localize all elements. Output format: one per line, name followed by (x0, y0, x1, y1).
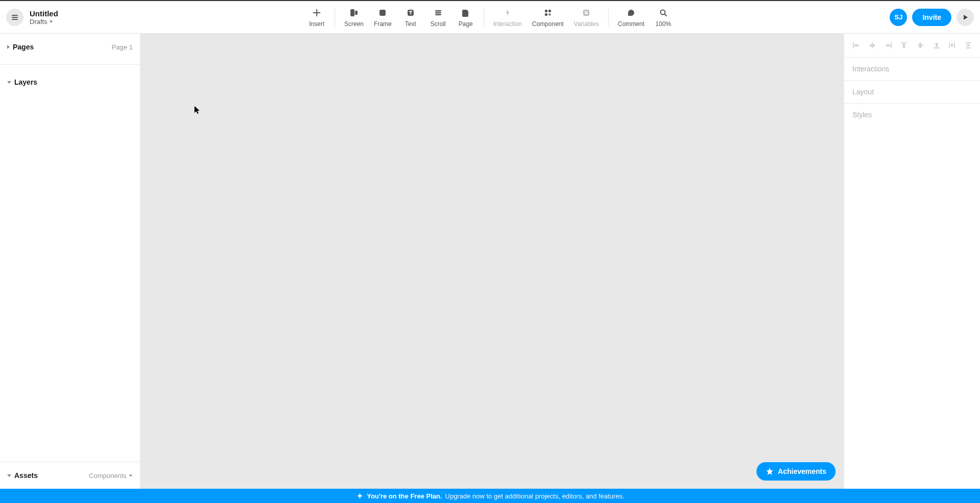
chevron-down-icon (7, 81, 11, 84)
text-icon (406, 9, 414, 17)
menu-button[interactable] (6, 9, 23, 26)
interactions-section[interactable]: Interactions (844, 58, 980, 81)
styles-section[interactable]: Styles (844, 104, 980, 126)
scroll-icon (434, 9, 442, 17)
screen-icon (350, 8, 359, 17)
divider (608, 8, 608, 27)
align-h-center-button[interactable] (868, 41, 877, 50)
svg-rect-16 (545, 13, 547, 16)
cursor-icon (194, 106, 201, 115)
svg-rect-29 (891, 42, 892, 48)
align-bottom-button[interactable] (932, 41, 941, 50)
svg-line-24 (665, 14, 667, 16)
assets-dropdown[interactable]: Components (89, 472, 133, 480)
distribute-h-icon (948, 41, 956, 49)
distribute-v-icon (964, 41, 972, 49)
align-left-button[interactable] (851, 41, 861, 50)
interaction-label: Interaction (493, 20, 522, 28)
align-left-icon (852, 41, 860, 49)
svg-rect-2 (12, 19, 18, 20)
frame-label: Frame (374, 20, 392, 28)
svg-rect-41 (966, 47, 971, 48)
assets-dropdown-label: Components (89, 472, 127, 480)
component-tool[interactable]: Component (527, 7, 569, 28)
svg-rect-5 (351, 9, 355, 16)
align-v-center-button[interactable] (916, 41, 925, 50)
assets-title: Assets (14, 471, 38, 480)
layout-section[interactable]: Layout (844, 81, 980, 104)
zoom-label: 100% (655, 20, 671, 28)
insert-tool[interactable]: Insert (303, 7, 331, 28)
svg-rect-4 (313, 12, 321, 13)
svg-rect-26 (854, 44, 859, 46)
comment-tool[interactable]: Comment (612, 7, 649, 28)
assets-header[interactable]: Assets Components (5, 468, 135, 483)
canvas[interactable]: Achievements (140, 34, 844, 489)
layers-header[interactable]: Layers (5, 75, 135, 89)
invite-button[interactable]: Invite (912, 9, 951, 26)
pages-header[interactable]: Pages Page 1 (5, 40, 135, 54)
svg-rect-10 (410, 11, 411, 14)
component-label: Component (532, 20, 564, 28)
page-tool[interactable]: Page (452, 7, 479, 28)
banner-bold-text: You're on the Free Plan. (367, 492, 442, 500)
svg-rect-12 (435, 12, 441, 13)
svg-rect-31 (901, 42, 907, 43)
screen-tool[interactable]: Screen (339, 7, 369, 28)
variables-tool[interactable]: Variables (569, 7, 604, 28)
chevron-right-icon (7, 45, 10, 49)
svg-rect-14 (545, 10, 547, 12)
right-panel: Interactions Layout Styles (844, 34, 980, 489)
frame-icon (379, 9, 387, 17)
svg-rect-0 (12, 15, 18, 16)
text-tool[interactable]: Text (397, 7, 424, 28)
star-icon (766, 467, 774, 475)
upgrade-banner[interactable]: You're on the Free Plan. Upgrade now to … (0, 489, 980, 503)
svg-rect-42 (967, 44, 970, 46)
svg-rect-36 (936, 43, 938, 47)
variables-icon (582, 9, 591, 17)
text-label: Text (405, 20, 416, 28)
interaction-icon (503, 9, 511, 17)
hamburger-icon (11, 13, 19, 21)
insert-label: Insert (309, 20, 325, 28)
search-icon (659, 9, 667, 17)
svg-rect-37 (949, 43, 950, 48)
align-right-button[interactable] (884, 41, 893, 50)
scroll-label: Scroll (430, 20, 446, 28)
distribute-v-button[interactable] (964, 41, 973, 50)
divider (335, 8, 335, 27)
play-icon (962, 14, 969, 21)
user-avatar[interactable]: SJ (890, 9, 907, 26)
current-page: Page 1 (112, 43, 133, 51)
achievements-button[interactable]: Achievements (756, 462, 836, 481)
plus-icon (312, 8, 322, 17)
zoom-tool[interactable]: 100% (649, 7, 677, 28)
svg-rect-39 (951, 44, 953, 47)
page-label: Page (458, 20, 473, 28)
distribute-h-button[interactable] (947, 41, 957, 50)
align-right-icon (885, 41, 893, 49)
document-title[interactable]: Untitled (30, 9, 58, 18)
chevron-down-icon (49, 20, 52, 22)
location-label: Drafts (30, 18, 47, 26)
variables-label: Variables (574, 20, 599, 28)
svg-rect-25 (853, 42, 854, 48)
align-top-button[interactable] (899, 41, 909, 50)
svg-rect-30 (886, 44, 890, 46)
achievements-label: Achievements (778, 467, 826, 475)
frame-tool[interactable]: Frame (369, 7, 397, 28)
chevron-down-icon (129, 474, 132, 476)
align-top-icon (900, 41, 908, 49)
location-dropdown[interactable]: Drafts (30, 18, 58, 26)
svg-rect-34 (919, 43, 921, 48)
svg-rect-38 (954, 43, 955, 48)
play-button[interactable] (957, 9, 974, 26)
svg-rect-40 (966, 42, 971, 43)
align-h-center-icon (868, 41, 876, 49)
svg-rect-1 (12, 17, 18, 18)
scroll-tool[interactable]: Scroll (424, 7, 452, 28)
svg-rect-35 (934, 47, 940, 48)
interaction-tool[interactable]: Interaction (488, 7, 527, 28)
divider (483, 8, 484, 27)
